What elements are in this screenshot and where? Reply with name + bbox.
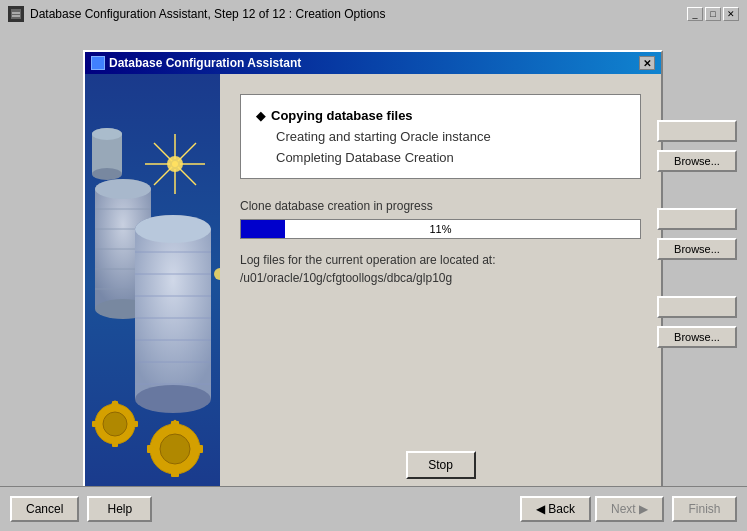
step-2-label: Creating and starting Oracle instance <box>276 129 491 144</box>
minimize-button[interactable]: _ <box>687 7 703 21</box>
bottom-right-buttons: ◀ Back Next ▶ Finish <box>520 496 737 522</box>
title-bar: Database Configuration Assistant, Step 1… <box>0 0 747 28</box>
log-line-1: Log files for the current operation are … <box>240 251 641 269</box>
next-arrow: ▶ <box>639 502 648 516</box>
browse-input-1 <box>657 120 737 142</box>
browse-button-2[interactable]: Browse... <box>657 238 737 260</box>
browse-input-2 <box>657 208 737 230</box>
svg-rect-46 <box>131 421 138 427</box>
log-line-2: /u01/oracle/10g/cfgtoollogs/dbca/glp10g <box>240 269 641 287</box>
image-panel <box>85 74 220 494</box>
window-controls[interactable]: _ □ ✕ <box>687 7 739 21</box>
stop-button[interactable]: Stop <box>406 451 476 479</box>
maximize-button[interactable]: □ <box>705 7 721 21</box>
dialog-title-bar: Database Configuration Assistant ✕ <box>85 52 661 74</box>
cancel-button[interactable]: Cancel <box>10 496 79 522</box>
browse-panel: Browse... Browse... Browse... <box>657 120 737 348</box>
steps-box: ◆ Copying database files Creating and st… <box>240 94 641 179</box>
svg-rect-52 <box>171 469 179 477</box>
svg-rect-44 <box>112 440 118 447</box>
app-icon <box>8 6 24 22</box>
svg-point-42 <box>103 412 127 436</box>
step-1-arrow: ◆ <box>256 109 265 123</box>
finish-button[interactable]: Finish <box>672 496 737 522</box>
browse-button-3[interactable]: Browse... <box>657 326 737 348</box>
back-label: Back <box>548 502 575 516</box>
stop-button-container: Stop <box>240 451 641 479</box>
next-label: Next <box>611 502 636 516</box>
progress-percent: 11% <box>429 223 451 235</box>
dialog: Database Configuration Assistant ✕ <box>83 50 663 496</box>
help-button[interactable]: Help <box>87 496 152 522</box>
bottom-bar: Cancel Help ◀ Back Next ▶ Finish <box>0 486 747 531</box>
window-close-button[interactable]: ✕ <box>723 7 739 21</box>
step-2: Creating and starting Oracle instance <box>256 126 625 147</box>
svg-point-27 <box>135 215 211 243</box>
back-arrow: ◀ <box>536 502 545 516</box>
browse-button-1[interactable]: Browse... <box>657 150 737 172</box>
log-text: Log files for the current operation are … <box>240 251 641 287</box>
progress-label: Clone database creation in progress <box>240 199 641 213</box>
bottom-left-buttons: Cancel Help <box>10 496 152 522</box>
back-button[interactable]: ◀ Back <box>520 496 591 522</box>
dialog-close-button[interactable]: ✕ <box>639 56 655 70</box>
step-1: ◆ Copying database files <box>256 105 625 126</box>
svg-rect-25 <box>135 229 211 399</box>
step-3-label: Completing Database Creation <box>276 150 454 165</box>
window-title: Database Configuration Assistant, Step 1… <box>30 7 386 21</box>
svg-rect-2 <box>12 12 20 14</box>
svg-point-60 <box>92 128 122 140</box>
progress-bar-fill <box>241 220 285 238</box>
svg-rect-3 <box>12 15 20 17</box>
dialog-body: ◆ Copying database files Creating and st… <box>85 74 661 494</box>
next-button[interactable]: Next ▶ <box>595 496 664 522</box>
browse-input-3 <box>657 296 737 318</box>
svg-rect-54 <box>195 445 203 453</box>
progress-bar-container: 11% <box>240 219 641 239</box>
step-1-label: Copying database files <box>271 108 413 123</box>
nav-buttons: ◀ Back Next ▶ <box>520 496 664 522</box>
svg-point-26 <box>135 385 211 413</box>
svg-point-14 <box>167 156 183 172</box>
content-panel: ◆ Copying database files Creating and st… <box>220 74 661 494</box>
svg-point-18 <box>95 179 151 199</box>
svg-point-50 <box>160 434 190 464</box>
dialog-title: Database Configuration Assistant <box>109 56 301 70</box>
svg-point-59 <box>92 168 122 180</box>
step-3: Completing Database Creation <box>256 147 625 168</box>
dialog-icon <box>91 56 105 70</box>
